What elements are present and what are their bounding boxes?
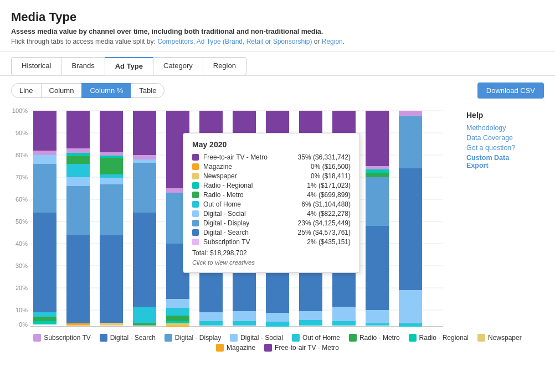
flick-link-adtype[interactable]: Ad Type (Brand, Retail or Sponsorship) [197,38,312,45]
tooltip-total: Total: $18,298,702 [192,249,351,257]
svg-rect-50 [133,159,156,163]
svg-rect-107 [399,168,422,290]
tab-region[interactable]: Region [203,57,246,75]
tooltip-label-radio-metro: Radio - Metro [203,191,307,199]
tooltip-swatch-subtv [192,239,199,245]
tabs-row: Historical Brands Ad Type Category Regio… [0,51,555,76]
tooltip-row-search: Digital - Search 25% ($4,573,761) [192,229,351,236]
svg-rect-87 [299,311,322,320]
tab-historical[interactable]: Historical [11,57,61,75]
bar-dec[interactable] [399,111,422,327]
legend-label-subtv: Subscription TV [44,334,91,342]
svg-rect-76 [233,321,256,326]
svg-rect-41 [100,156,123,158]
tooltip-value-social: 4% ($822,278) [307,210,351,218]
tooltip-label-fta: Free-to-air TV - Metro [203,153,298,161]
svg-text:20%: 20% [16,285,28,291]
legend-label-ooh: Out of Home [302,334,340,342]
svg-rect-52 [133,213,156,307]
tooltip-row-fta: Free-to-air TV - Metro 35% ($6,331,742) [192,153,351,161]
view-column-button[interactable]: Column [41,83,83,98]
tooltip-click-text[interactable]: Click to view creatives [192,259,351,266]
legend-item-radio-reg: Radio - Regional [409,334,469,342]
svg-rect-70 [199,321,223,326]
svg-rect-33 [66,156,90,164]
legend-item-search: Digital - Search [100,334,156,342]
svg-rect-35 [66,177,90,186]
svg-rect-62 [166,321,189,323]
svg-rect-99 [366,169,389,173]
legend-label-radio-reg: Radio - Regional [419,334,469,342]
svg-rect-28 [33,317,56,321]
svg-rect-51 [133,163,156,213]
bar-apr[interactable] [133,111,156,326]
bar-mar[interactable] [100,111,123,326]
svg-rect-53 [133,307,156,323]
svg-rect-46 [100,235,123,323]
legend-label-magazine: Magazine [227,344,255,352]
tooltip-row-display: Digital - Display 23% ($4,125,449) [192,219,351,227]
tooltip-row-radio-metro: Radio - Metro 4% ($699,899) [192,191,351,199]
view-column-pct-button[interactable]: Column % [81,83,131,98]
bar-jan[interactable] [33,111,56,324]
svg-rect-26 [33,213,56,312]
help-title: Help [466,111,533,120]
tooltip-value-mag: 0% ($16,500) [311,163,351,171]
tooltip-title: May 2020 [192,140,351,149]
tooltip-value-ooh: 6% ($1,104,488) [301,200,351,208]
legend-swatch-search [100,334,107,342]
download-csv-button[interactable]: Download CSV [477,82,544,99]
svg-rect-25 [33,164,56,213]
flick-link-competitors[interactable]: Competitors [157,38,193,45]
tooltip-value-radio-reg: 1% ($171,023) [307,182,351,189]
svg-text:70%: 70% [16,174,28,180]
help-question[interactable]: Got a question? [466,144,533,152]
svg-text:100%: 100% [12,107,28,114]
svg-rect-49 [133,155,156,159]
svg-rect-43 [100,174,123,178]
svg-rect-54 [133,323,156,326]
bar-nov[interactable] [366,111,389,326]
tab-adtype[interactable]: Ad Type [105,57,153,75]
tooltip-label-search: Digital - Search [203,229,298,236]
legend-swatch-ooh [292,334,300,342]
legend-item-fta: Free-to-air TV - Metro [264,344,339,352]
legend-label-radio-metro: Radio - Metro [359,334,400,342]
tooltip-swatch-ooh [192,201,199,208]
svg-rect-60 [166,308,189,316]
tooltip-row-mag: Magazine 0% ($16,500) [192,163,351,171]
legend-label-search: Digital - Search [110,334,156,342]
chart-tooltip: May 2020 Free-to-air TV - Metro 35% ($6,… [183,133,360,273]
tab-brands[interactable]: Brands [61,57,105,75]
bar-feb[interactable] [66,111,90,326]
legend-swatch-newspaper [477,334,485,342]
svg-rect-75 [233,311,256,321]
svg-rect-97 [366,111,389,166]
svg-rect-31 [66,148,90,153]
tooltip-value-fta: 35% ($6,331,742) [298,153,351,161]
view-line-button[interactable]: Line [11,83,42,98]
svg-rect-48 [133,111,156,155]
svg-text:30%: 30% [16,262,28,269]
help-methodology[interactable]: Methodology [466,124,533,132]
tooltip-swatch-radio-reg [192,182,199,189]
svg-rect-45 [100,184,123,235]
help-data-coverage[interactable]: Data Coverage [466,134,533,142]
tab-category[interactable]: Category [153,57,203,75]
svg-rect-82 [266,322,289,327]
svg-rect-61 [166,316,189,321]
legend-item-magazine: Magazine [216,344,255,352]
help-custom-export[interactable]: Custom Data Export [466,154,533,169]
flick-link-region[interactable]: Region [322,38,343,45]
tooltip-label-subtv: Subscription TV [203,238,307,246]
svg-rect-100 [366,173,389,177]
svg-rect-40 [100,152,123,156]
legend-swatch-subtv [33,334,41,342]
svg-rect-42 [100,158,123,174]
tooltip-label-radio-reg: Radio - Regional [203,182,307,189]
tooltip-row-subtv: Subscription TV 2% ($435,151) [192,238,351,246]
legend-item-subtv: Subscription TV [33,334,91,342]
tooltip-swatch-search [192,229,199,236]
legend-label-social: Digital - Social [240,334,283,342]
view-table-button[interactable]: Table [131,83,165,98]
